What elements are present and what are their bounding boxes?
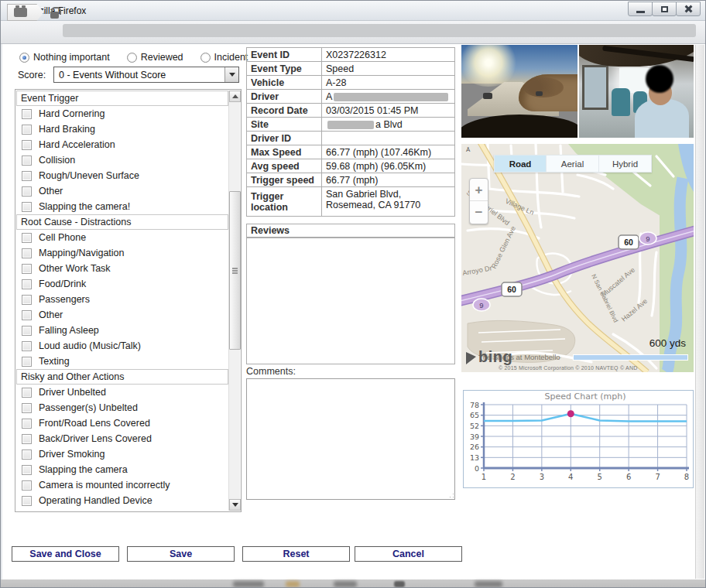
zoom-in-button[interactable]: +: [470, 179, 488, 201]
checkbox-item[interactable]: Loud audio (Music/Talk): [16, 338, 228, 354]
checkbox-item[interactable]: Operating Handled Device: [16, 493, 228, 508]
checkbox[interactable]: [22, 326, 32, 336]
checkbox-item[interactable]: Hard Cornering: [16, 106, 228, 121]
checkbox-item[interactable]: Hard Braking: [16, 121, 228, 137]
checkbox-item[interactable]: Mapping/Navigation: [16, 245, 228, 261]
route-pill-9: 9: [639, 232, 656, 244]
bing-map[interactable]: Ā Village Ln San Gabriel Blvd Rose Glen …: [461, 144, 694, 372]
checkbox[interactable]: [22, 171, 32, 181]
driver-camera-image[interactable]: [579, 45, 694, 138]
url-bar[interactable]: [63, 24, 696, 37]
taskbar-item: [334, 581, 357, 587]
map-type-road-button[interactable]: Road: [494, 155, 547, 173]
radio-button-selected[interactable]: [19, 53, 29, 63]
checkbox[interactable]: [22, 279, 32, 289]
checkbox[interactable]: [22, 434, 32, 444]
checkbox-item[interactable]: Camera is mounted incorrectly: [16, 477, 228, 493]
close-button[interactable]: [676, 2, 701, 16]
x-tick-label: 7: [655, 473, 660, 481]
checkbox-item[interactable]: Other: [16, 183, 228, 199]
checkbox-item[interactable]: Front/Road Lens Covered: [16, 415, 228, 431]
checkbox-item[interactable]: Back/Driver Lens Covered: [16, 431, 228, 446]
checkbox-item[interactable]: Slapping the camera: [16, 462, 228, 477]
checkbox[interactable]: [22, 248, 32, 258]
radio-label: Reviewed: [141, 52, 183, 63]
checkbox-label: Texting: [39, 356, 70, 367]
trigger-point-marker[interactable]: [567, 410, 574, 417]
minimize-button[interactable]: [628, 2, 653, 16]
road-camera-image[interactable]: [461, 45, 577, 138]
x-tick-label: 4: [568, 473, 573, 481]
score-selected-value: 0 - Events Without Score: [54, 70, 224, 80]
checkbox[interactable]: [22, 202, 32, 212]
checkbox[interactable]: [22, 403, 32, 413]
checkbox[interactable]: [22, 341, 32, 351]
checkbox[interactable]: [22, 186, 32, 197]
cancel-button[interactable]: Cancel: [355, 546, 462, 562]
checkbox-item[interactable]: Other: [16, 307, 228, 323]
field-value: A-28: [322, 76, 455, 90]
dropdown-arrow-button[interactable]: [224, 67, 238, 82]
checkbox[interactable]: [22, 357, 32, 367]
checkbox[interactable]: [22, 419, 32, 429]
checkbox[interactable]: [22, 140, 32, 150]
reset-button[interactable]: Reset: [242, 546, 350, 562]
table-row: Event IDX0237226312: [247, 48, 455, 62]
window-scrollbar-gutter[interactable]: [695, 45, 704, 579]
checkbox[interactable]: [22, 496, 32, 506]
save-button[interactable]: Save: [127, 546, 235, 562]
checkbox-item[interactable]: Tampering/Abusing Equipment: [16, 508, 228, 511]
checkbox-item[interactable]: Collision: [16, 152, 228, 168]
checkbox[interactable]: [22, 264, 32, 274]
map-type-switcher: Road Aerial Hybrid: [494, 155, 652, 173]
checkbox-item[interactable]: Driver Smoking: [16, 446, 228, 462]
checkbox-item[interactable]: Driver Unbelted: [16, 385, 228, 400]
checkbox[interactable]: [22, 480, 32, 491]
radio-button[interactable]: [200, 53, 211, 63]
checkbox[interactable]: [22, 295, 32, 305]
checkbox-label: Slapping the camera: [39, 464, 128, 475]
checkbox-item[interactable]: Cell Phone: [16, 230, 228, 245]
checklist-scrollbar[interactable]: [228, 91, 240, 511]
resize-grip-icon[interactable]: [447, 491, 454, 497]
svg-text:60: 60: [624, 238, 633, 247]
field-value: 66.77 (mph) (107.46Km): [322, 145, 455, 159]
checkbox[interactable]: [22, 125, 32, 135]
site-identity-button[interactable]: [7, 4, 44, 21]
scroll-up-button[interactable]: [229, 91, 241, 102]
radio-reviewed[interactable]: Reviewed: [127, 52, 183, 63]
checkbox-item[interactable]: Passenger(s) Unbelted: [16, 400, 228, 415]
checkbox-label: Passengers: [39, 294, 90, 305]
privacy-blur-circle: [646, 65, 673, 93]
checkbox-item[interactable]: Slapping the camera!: [16, 199, 228, 214]
checkbox[interactable]: [22, 450, 32, 460]
checkbox[interactable]: [22, 465, 32, 475]
radio-button[interactable]: [127, 53, 137, 63]
map-type-aerial-button[interactable]: Aerial: [547, 155, 599, 173]
comments-textarea[interactable]: [246, 378, 455, 500]
map-type-hybrid-button[interactable]: Hybrid: [599, 155, 652, 173]
scrollbar-thumb[interactable]: [229, 191, 241, 350]
checkbox-item[interactable]: Other Work Task: [16, 261, 228, 276]
field-label: Vehicle: [247, 76, 322, 90]
y-tick-label: 65: [470, 411, 479, 419]
checkbox[interactable]: [22, 310, 32, 320]
zoom-out-button[interactable]: −: [470, 201, 488, 224]
restore-button[interactable]: [652, 2, 677, 16]
checkbox[interactable]: [22, 233, 32, 243]
score-dropdown[interactable]: 0 - Events Without Score: [53, 67, 239, 83]
checkbox-item[interactable]: Rough/Uneven Surface: [16, 168, 228, 183]
checkbox[interactable]: [22, 388, 32, 398]
checkbox[interactable]: [22, 156, 32, 166]
radio-nothing-important[interactable]: Nothing important: [19, 52, 110, 63]
reviews-box: [246, 238, 455, 364]
checkbox-item[interactable]: Hard Acceleration: [16, 137, 228, 152]
save-and-close-button[interactable]: Save and Close: [12, 546, 119, 562]
checkbox[interactable]: [22, 109, 32, 119]
scroll-down-button[interactable]: [229, 499, 241, 511]
radio-incident[interactable]: Incident: [200, 52, 248, 63]
checkbox-item[interactable]: Food/Drink: [16, 276, 228, 292]
checkbox-item[interactable]: Falling Asleep: [16, 323, 228, 338]
checkbox-item[interactable]: Passengers: [16, 292, 228, 307]
checkbox-item[interactable]: Texting: [16, 354, 228, 369]
